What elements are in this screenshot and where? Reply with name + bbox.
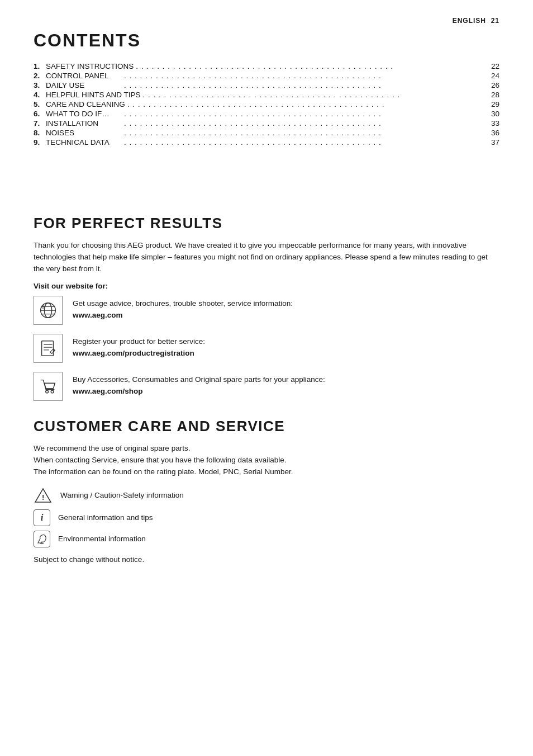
svg-text:!: ! bbox=[42, 493, 44, 502]
toc-label-7: INSTALLATION bbox=[44, 119, 122, 127]
toc-label-1: SAFETY INSTRUCTIONS bbox=[44, 62, 134, 70]
toc-num-2: 2. bbox=[34, 72, 44, 80]
customer-care-title: CUSTOMER CARE AND SERVICE bbox=[34, 418, 499, 435]
register-text: Register your product for better service… bbox=[73, 334, 205, 360]
eco-text: Environmental information bbox=[58, 535, 146, 543]
page: ENGLISH 21 CONTENTS 1. SAFETY INSTRUCTIO… bbox=[0, 0, 533, 756]
toc-item-6: 6. WHAT TO DO IF… . . . . . . . . . . . … bbox=[34, 110, 499, 118]
toc-num-7: 7. bbox=[34, 119, 44, 127]
warning-triangle-icon: ! bbox=[34, 486, 53, 505]
register-icon-box bbox=[34, 334, 63, 363]
toc-page-7: 33 bbox=[487, 119, 499, 127]
toc-label-3: DAILY USE bbox=[44, 81, 122, 89]
register-icon bbox=[37, 338, 59, 359]
toc-dots-8: . . . . . . . . . . . . . . . . . . . . … bbox=[122, 129, 487, 137]
warning-text: Warning / Caution-Safety information bbox=[60, 491, 184, 499]
toc-page-9: 37 bbox=[487, 138, 499, 147]
toc-num-6: 6. bbox=[34, 110, 44, 118]
toc-label-8: NOISES bbox=[44, 129, 122, 137]
toc-num-1: 1. bbox=[34, 62, 44, 70]
symbols-list: ! Warning / Caution-Safety information i… bbox=[34, 486, 499, 547]
toc-item-8: 8. NOISES . . . . . . . . . . . . . . . … bbox=[34, 129, 499, 137]
intro-text: Thank you for choosing this AEG product.… bbox=[34, 240, 499, 275]
toc-page-5: 29 bbox=[487, 100, 499, 108]
toc-num-3: 3. bbox=[34, 81, 44, 89]
toc-dots-2: . . . . . . . . . . . . . . . . . . . . … bbox=[122, 72, 487, 80]
svg-point-12 bbox=[51, 390, 54, 393]
toc-num-4: 4. bbox=[34, 91, 44, 99]
customer-care-section: CUSTOMER CARE AND SERVICE We recommend t… bbox=[34, 418, 499, 564]
customer-care-body: We recommend the use of original spare p… bbox=[34, 443, 499, 478]
spacer bbox=[34, 148, 499, 215]
toc-item-1: 1. SAFETY INSTRUCTIONS . . . . . . . . .… bbox=[34, 62, 499, 70]
register-row: Register your product for better service… bbox=[34, 334, 499, 363]
info-text: General information and tips bbox=[58, 513, 153, 522]
toc-item-9: 9. TECHNICAL DATA . . . . . . . . . . . … bbox=[34, 138, 499, 147]
footer-text: Subject to change without notice. bbox=[34, 555, 499, 564]
info-row: i General information and tips bbox=[34, 509, 499, 526]
toc-dots-7: . . . . . . . . . . . . . . . . . . . . … bbox=[122, 119, 487, 127]
toc-label-9: TECHNICAL DATA bbox=[44, 138, 122, 147]
toc-page-1: 22 bbox=[487, 62, 499, 70]
cart-row: Buy Accessories, Consumables and Origina… bbox=[34, 372, 499, 401]
toc-item-7: 7. INSTALLATION . . . . . . . . . . . . … bbox=[34, 119, 499, 127]
toc-list: 1. SAFETY INSTRUCTIONS . . . . . . . . .… bbox=[34, 62, 499, 147]
toc-dots-3: . . . . . . . . . . . . . . . . . . . . … bbox=[122, 81, 487, 89]
globe-icon-box: @ bbox=[34, 296, 63, 325]
contents-section: CONTENTS 1. SAFETY INSTRUCTIONS . . . . … bbox=[34, 30, 499, 147]
cart-icon-box bbox=[34, 372, 63, 401]
cart-url: www.aeg.com/shop bbox=[73, 387, 143, 395]
toc-item-3: 3. DAILY USE . . . . . . . . . . . . . .… bbox=[34, 81, 499, 89]
toc-page-2: 24 bbox=[487, 72, 499, 80]
cart-text: Buy Accessories, Consumables and Origina… bbox=[73, 372, 325, 398]
for-perfect-results-title: FOR PERFECT RESULTS bbox=[34, 215, 499, 232]
info-icon-box: i bbox=[34, 509, 50, 526]
register-url: www.aeg.com/productregistration bbox=[73, 349, 194, 357]
warning-row: ! Warning / Caution-Safety information bbox=[34, 486, 499, 505]
toc-dots-1: . . . . . . . . . . . . . . . . . . . . … bbox=[134, 62, 487, 70]
toc-dots-5: . . . . . . . . . . . . . . . . . . . . … bbox=[125, 100, 487, 108]
toc-num-8: 8. bbox=[34, 129, 44, 137]
eco-row: Environmental information bbox=[34, 531, 499, 547]
warning-icon-box: ! bbox=[34, 486, 53, 505]
toc-num-5: 5. bbox=[34, 100, 44, 108]
eco-icon bbox=[36, 533, 48, 545]
toc-label-2: CONTROL PANEL bbox=[44, 72, 122, 80]
toc-label-6: WHAT TO DO IF… bbox=[44, 110, 122, 118]
toc-label-4: HELPFUL HINTS AND TIPS bbox=[44, 91, 141, 99]
info-icon: i bbox=[41, 512, 44, 523]
toc-label-5: CARE AND CLEANING bbox=[44, 100, 125, 108]
eco-icon-box bbox=[34, 531, 50, 547]
toc-page-8: 36 bbox=[487, 129, 499, 137]
toc-page-4: 28 bbox=[487, 91, 499, 99]
language-label: ENGLISH bbox=[453, 17, 486, 25]
svg-point-11 bbox=[46, 390, 49, 393]
globe-row: @ Get usage advice, brochures, trouble s… bbox=[34, 296, 499, 325]
svg-text:@: @ bbox=[41, 305, 45, 309]
page-number: 21 bbox=[491, 17, 499, 25]
toc-dots-4: . . . . . . . . . . . . . . . . . . . . … bbox=[141, 91, 487, 99]
toc-page-6: 30 bbox=[487, 110, 499, 118]
visit-label: Visit our website for: bbox=[34, 282, 499, 290]
cart-text-line1: Buy Accessories, Consumables and Origina… bbox=[73, 375, 325, 384]
toc-page-3: 26 bbox=[487, 81, 499, 89]
toc-item-5: 5. CARE AND CLEANING . . . . . . . . . .… bbox=[34, 100, 499, 108]
toc-dots-6: . . . . . . . . . . . . . . . . . . . . … bbox=[122, 110, 487, 118]
globe-text-line1: Get usage advice, brochures, trouble sho… bbox=[73, 299, 293, 308]
globe-text: Get usage advice, brochures, trouble sho… bbox=[73, 296, 293, 322]
register-text-line1: Register your product for better service… bbox=[73, 337, 205, 346]
cart-icon bbox=[37, 376, 59, 397]
page-header: ENGLISH 21 bbox=[34, 17, 499, 25]
contents-title: CONTENTS bbox=[34, 30, 499, 51]
toc-item-2: 2. CONTROL PANEL . . . . . . . . . . . .… bbox=[34, 72, 499, 80]
globe-icon: @ bbox=[37, 300, 59, 321]
toc-num-9: 9. bbox=[34, 138, 44, 147]
globe-url: www.aeg.com bbox=[73, 311, 123, 319]
toc-item-4: 4. HELPFUL HINTS AND TIPS . . . . . . . … bbox=[34, 91, 499, 99]
for-perfect-results-section: FOR PERFECT RESULTS Thank you for choosi… bbox=[34, 215, 499, 401]
toc-dots-9: . . . . . . . . . . . . . . . . . . . . … bbox=[122, 138, 487, 147]
